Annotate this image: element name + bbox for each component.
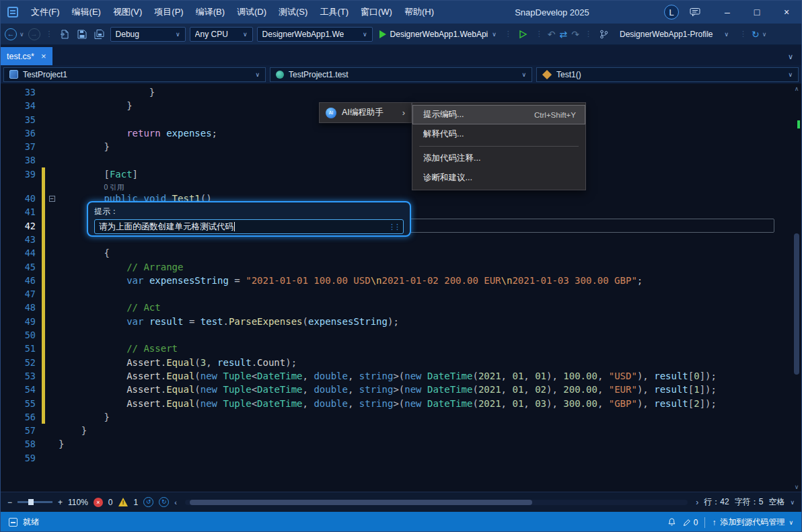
horizontal-scrollbar[interactable] bbox=[185, 500, 688, 505]
line-number[interactable]: 57 bbox=[1, 424, 40, 437]
menu-tools[interactable]: 工具(T) bbox=[314, 1, 355, 24]
line-number[interactable]: 33 bbox=[1, 85, 40, 99]
code-line[interactable]: 38 bbox=[1, 153, 792, 167]
zoom-in-button[interactable]: + bbox=[58, 498, 63, 507]
code-line[interactable]: 55 Assert.Equal(new Tuple<DateTime, doub… bbox=[1, 397, 792, 410]
code-line[interactable]: 57 } bbox=[1, 424, 792, 437]
line-number[interactable]: 40 bbox=[1, 192, 40, 205]
line-number[interactable]: 49 bbox=[1, 315, 40, 328]
minimize-button[interactable]: – bbox=[713, 1, 742, 24]
code-line[interactable]: 49 var result = test.ParseExpenses(expen… bbox=[1, 315, 792, 328]
scrollbar-thumb[interactable] bbox=[794, 233, 799, 375]
hscrollbar-thumb[interactable] bbox=[190, 500, 532, 505]
menu-window[interactable]: 窗口(W) bbox=[355, 1, 398, 24]
navigate-forward-button[interactable]: → bbox=[28, 28, 40, 40]
space-indicator[interactable]: 空格 bbox=[768, 496, 785, 508]
line-indicator[interactable]: 行：42 bbox=[704, 496, 729, 508]
hscroll-left-icon[interactable]: ‹ bbox=[174, 498, 177, 506]
sync-icon[interactable]: ⇄ bbox=[560, 29, 568, 40]
code-editor[interactable]: 33 }34 }3536 return expenses;37 }3839 [F… bbox=[1, 84, 801, 492]
line-number[interactable]: 43 bbox=[1, 233, 40, 246]
code-line[interactable]: 44 { bbox=[1, 246, 792, 260]
project-dropdown[interactable]: TestProject1 ∨ bbox=[3, 67, 266, 82]
code-line[interactable]: 58} bbox=[1, 437, 792, 451]
navigate-back-button[interactable]: ← bbox=[5, 28, 17, 40]
maximize-button[interactable]: □ bbox=[742, 1, 772, 24]
stats-chevron-icon[interactable]: › bbox=[696, 498, 698, 507]
save-all-button[interactable] bbox=[93, 27, 106, 42]
drag-grip-icon[interactable]: ⋮⋮ bbox=[388, 223, 399, 231]
code-line[interactable]: 39 [Fact] bbox=[1, 167, 792, 181]
menu-view[interactable]: 视图(V) bbox=[107, 1, 148, 24]
tab-list-chevron-icon[interactable]: ∨ bbox=[788, 52, 801, 65]
feedback-icon[interactable] bbox=[690, 7, 700, 17]
code-line[interactable]: 47 bbox=[1, 287, 792, 301]
type-dropdown[interactable]: TestProject1.test ∨ bbox=[270, 67, 532, 82]
line-number[interactable]: 35 bbox=[1, 113, 40, 126]
line-number[interactable]: 55 bbox=[1, 397, 40, 410]
hot-reload-icon[interactable]: ↶ bbox=[548, 29, 556, 40]
zoom-level[interactable]: 110% bbox=[68, 498, 88, 507]
configuration-select[interactable]: Debug ∨ bbox=[110, 27, 186, 42]
scroll-up-icon[interactable]: ∧ bbox=[792, 85, 801, 92]
zoom-out-button[interactable]: − bbox=[7, 498, 12, 507]
line-number[interactable]: 36 bbox=[1, 126, 40, 140]
code-line[interactable]: 48 // Act bbox=[1, 301, 792, 314]
line-number[interactable]: 39 bbox=[1, 167, 40, 181]
menu-build[interactable]: 编译(B) bbox=[190, 1, 231, 24]
line-number[interactable]: 46 bbox=[1, 274, 40, 287]
code-line[interactable]: 37 } bbox=[1, 140, 792, 153]
user-avatar[interactable]: L bbox=[664, 5, 679, 20]
error-count[interactable]: 0 bbox=[108, 498, 113, 507]
code-line[interactable]: 51 // Assert bbox=[1, 342, 792, 355]
line-number[interactable]: 41 bbox=[1, 205, 40, 219]
menu-item-add-comments[interactable]: 添加代码注释... bbox=[412, 149, 585, 168]
line-number[interactable]: 56 bbox=[1, 410, 40, 424]
ai-assistant-menu[interactable]: AI AI编程助手 › bbox=[319, 102, 412, 123]
line-number[interactable]: 47 bbox=[1, 287, 40, 301]
code-line[interactable]: 46 var expensesString = "2021-01-01 100.… bbox=[1, 274, 792, 287]
zoom-slider-thumb[interactable] bbox=[28, 499, 34, 505]
code-line[interactable]: 53 Assert.Equal(new Tuple<DateTime, doub… bbox=[1, 369, 792, 383]
menu-file[interactable]: 文件(F) bbox=[25, 1, 66, 24]
scroll-down-icon[interactable]: ∨ bbox=[792, 484, 801, 490]
line-number[interactable]: 50 bbox=[1, 328, 40, 342]
menu-edit[interactable]: 编辑(E) bbox=[66, 1, 107, 24]
account-refresh-icon[interactable]: ↻ bbox=[752, 29, 760, 40]
menu-item-prompt-coding[interactable]: 提示编码... Ctrl+Shift+Y bbox=[412, 105, 585, 124]
tab-test-cs[interactable]: test.cs* × bbox=[1, 47, 52, 65]
line-number[interactable] bbox=[1, 181, 40, 192]
source-control-button[interactable]: ↑ 添加到源代码管理 ∨ bbox=[712, 517, 793, 528]
vertical-scrollbar[interactable]: ∧ ∨ bbox=[792, 84, 801, 492]
codelens-row[interactable]: 0 引用 bbox=[1, 181, 792, 192]
code-line[interactable]: 59 bbox=[1, 451, 792, 465]
close-tab-icon[interactable]: × bbox=[41, 51, 46, 61]
menu-debug[interactable]: 调试(D) bbox=[231, 1, 272, 24]
line-number[interactable]: 42 bbox=[1, 219, 40, 233]
line-number[interactable]: 58 bbox=[1, 437, 40, 451]
char-indicator[interactable]: 字符：5 bbox=[735, 496, 764, 508]
code-line[interactable]: 54 Assert.Equal(new Tuple<DateTime, doub… bbox=[1, 383, 792, 396]
ai-prompt-input[interactable]: 请为上面的函数创建单元格测试代码 ⋮⋮ bbox=[94, 219, 404, 234]
menu-project[interactable]: 项目(P) bbox=[148, 1, 189, 24]
line-number[interactable]: 45 bbox=[1, 260, 40, 274]
prev-change-icon[interactable]: ↺ bbox=[143, 497, 153, 507]
fold-marker-icon[interactable]: − bbox=[45, 192, 59, 205]
save-button[interactable] bbox=[75, 27, 89, 42]
line-number[interactable]: 54 bbox=[1, 383, 40, 396]
new-item-button[interactable] bbox=[58, 27, 71, 42]
run-button[interactable]: DesignerWebApp1.WebApi ∨ bbox=[377, 30, 499, 39]
code-line[interactable]: 36 return expenses; bbox=[1, 126, 792, 140]
warning-count[interactable]: 1 bbox=[134, 498, 139, 507]
chevron-down-icon[interactable]: ∨ bbox=[790, 499, 795, 506]
pending-edits-button[interactable]: 0 bbox=[683, 518, 698, 527]
line-number[interactable]: 48 bbox=[1, 301, 40, 314]
close-button[interactable]: × bbox=[772, 1, 801, 24]
line-number[interactable]: 44 bbox=[1, 246, 40, 260]
line-number[interactable]: 38 bbox=[1, 153, 40, 167]
platform-select[interactable]: Any CPU ∨ bbox=[190, 27, 253, 42]
next-change-icon[interactable]: ↻ bbox=[159, 497, 169, 507]
menu-help[interactable]: 帮助(H) bbox=[398, 1, 440, 24]
code-line[interactable]: 50 bbox=[1, 328, 792, 342]
code-line[interactable]: 45 // Arrange bbox=[1, 260, 792, 274]
